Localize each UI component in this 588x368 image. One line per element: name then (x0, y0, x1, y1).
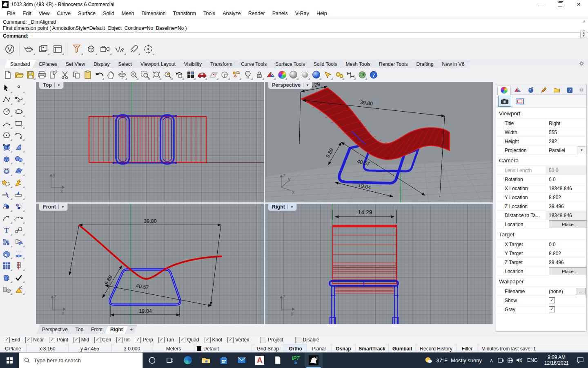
viewport-properties-button[interactable] (513, 96, 526, 107)
notifications-icon[interactable] (322, 69, 333, 80)
prop-row-projection[interactable]: Projection Parallel ▼ (496, 146, 586, 155)
viewport-right-dropdown-icon[interactable]: ▼ (290, 205, 294, 209)
panel-tab-help[interactable]: ? (564, 85, 576, 94)
start-button[interactable] (0, 352, 19, 368)
viewport-perspective-label[interactable]: Perspective ▼ (268, 82, 312, 89)
projection-value[interactable]: Parallel (549, 148, 565, 153)
vray-clipper-icon[interactable] (127, 42, 140, 56)
rhino-render-icon[interactable] (265, 69, 276, 80)
viewport-top-canvas[interactable]: y x (36, 82, 264, 202)
prop-row-y-location[interactable]: Y Location 8.802 (496, 193, 586, 202)
wallpaper-browse-button[interactable]: ... (576, 288, 586, 295)
osnap-quad[interactable]: ✓Quad (179, 337, 199, 343)
taskbar-task-view[interactable] (161, 352, 179, 368)
menu-solid[interactable]: Solid (99, 9, 118, 18)
tray-language[interactable]: ENG (524, 357, 541, 363)
annotate-file-icon[interactable] (48, 69, 59, 80)
tab-display[interactable]: Display (87, 60, 116, 68)
trim-tool-icon[interactable] (1, 189, 12, 200)
adjust-curve-tool-icon[interactable] (1, 213, 12, 224)
viewport-tab-right[interactable]: Right (105, 325, 128, 334)
menu-dimension[interactable]: Dimension (138, 9, 169, 18)
minimize-button[interactable]: — (532, 0, 550, 9)
print-icon[interactable] (36, 69, 47, 80)
rotate-copy-tool-icon[interactable] (13, 236, 24, 247)
undo-icon[interactable] (94, 69, 105, 80)
rectangular-array-tool-icon[interactable] (1, 260, 12, 271)
tab-viewport-layout[interactable]: Viewport Layout (134, 60, 182, 68)
menu-surface[interactable]: Surface (74, 9, 99, 18)
command-input[interactable]: Command: ▲▼ (0, 32, 588, 39)
status-cplane[interactable]: CPlane (0, 344, 27, 353)
menu-edit[interactable]: Edit (19, 9, 35, 18)
taskbar-ipt[interactable]: IPT5 (287, 352, 305, 368)
vray-options-window-icon[interactable] (51, 42, 64, 56)
status-units[interactable]: Meters (153, 344, 194, 353)
select-arrow-icon[interactable] (1, 82, 12, 93)
lock-icon[interactable] (254, 69, 265, 80)
linear-array-tool-icon[interactable] (13, 260, 24, 271)
tray-device-icon[interactable] (496, 357, 506, 363)
viewport-perspective-dropdown-icon[interactable]: ▼ (306, 83, 309, 87)
osnap-cen[interactable]: ✓Cen (94, 337, 111, 343)
tab-new-in-v6[interactable]: New in V6 (436, 60, 471, 68)
prop-row-title[interactable]: Title Right (496, 119, 586, 128)
panel-tab-render-settings[interactable] (524, 85, 537, 94)
box-tool-icon[interactable] (1, 153, 12, 164)
osnap-point[interactable]: ✓Point (49, 337, 68, 343)
lamp-icon[interactable] (242, 69, 253, 80)
restore-button[interactable] (550, 0, 569, 9)
zoom-selected-icon[interactable] (162, 69, 173, 80)
menu-mesh[interactable]: Mesh (118, 9, 138, 18)
viewport-front-canvas[interactable]: 39.80 9.89 40.57 19.04 z x (36, 204, 264, 324)
command-history[interactable]: Command: _DimAligned First dimension poi… (0, 18, 588, 32)
zoom-extents-icon[interactable] (151, 69, 162, 80)
menu-analyze[interactable]: Analyze (219, 9, 244, 18)
tab-cplanes[interactable]: CPlanes (33, 60, 63, 68)
set-cplane-icon[interactable] (219, 69, 230, 80)
viewport-top-label[interactable]: Top ▼ (39, 82, 64, 89)
close-button[interactable]: × (569, 0, 588, 9)
curve-tool-icon[interactable] (13, 94, 24, 105)
prop-row-filename[interactable]: Filename (none) ... (496, 287, 586, 296)
status-gumball[interactable]: Gumball (389, 344, 416, 353)
prop-row-z-target[interactable]: Z Target 39.496 (496, 258, 586, 267)
menu-render[interactable]: Render (245, 9, 269, 18)
osnap-perp[interactable]: ✓Perp (135, 337, 153, 343)
mesh-surface-tool-icon[interactable] (13, 165, 24, 176)
viewport-right[interactable]: Right ▼ 14.29 (265, 204, 493, 324)
prop-row-height[interactable]: Height 292 (496, 137, 586, 146)
viewport-right-label[interactable]: Right ▼ (268, 204, 297, 211)
polygon-tool-icon[interactable] (1, 130, 12, 141)
options-gears-icon[interactable] (334, 69, 345, 80)
prop-row-y-target[interactable]: Y Target 8.802 (496, 249, 586, 258)
taskbar-autocad[interactable]: A (251, 352, 269, 368)
arc-tool-icon[interactable] (1, 118, 12, 129)
status-layer[interactable]: Default (194, 344, 252, 353)
status-grid-snap[interactable]: Grid Snap (252, 344, 284, 353)
viewport-tab-front[interactable]: Front (86, 325, 108, 334)
explode-tool-icon[interactable] (13, 177, 24, 188)
panel-tab-libraries[interactable] (550, 85, 563, 94)
viewport-top[interactable]: Top ▼ (36, 82, 264, 202)
check-tool-icon[interactable] (13, 272, 24, 283)
prop-row-x-target[interactable]: X Target 0.0 (496, 240, 586, 249)
point-tool-icon[interactable] (13, 82, 24, 93)
camera-properties-button[interactable] (498, 96, 511, 107)
tray-clock[interactable]: 9:09 AM 12/16/2021 (541, 355, 572, 366)
viewport-front-label[interactable]: Front ▼ (39, 204, 68, 211)
tab-surface-tools[interactable]: Surface Tools (269, 60, 311, 68)
render-region-icon[interactable] (299, 69, 310, 80)
projection-dropdown-icon[interactable]: ▼ (577, 146, 586, 154)
open-file-icon[interactable] (13, 69, 24, 80)
taskbar-notepad[interactable] (269, 352, 287, 368)
plan-view-icon[interactable] (208, 69, 219, 80)
named-views-icon[interactable] (196, 69, 207, 80)
boolean-intersection-tool-icon[interactable] (13, 201, 24, 212)
tab-render-tools[interactable]: Render Tools (373, 60, 414, 68)
color-wheel-icon[interactable] (276, 69, 287, 80)
blend-curve-tool-icon[interactable] (13, 213, 24, 224)
prop-row-show[interactable]: Show ✓ (496, 296, 586, 305)
dimension-tools-icon[interactable] (345, 69, 356, 80)
vray-logo-icon[interactable] (3, 42, 16, 56)
